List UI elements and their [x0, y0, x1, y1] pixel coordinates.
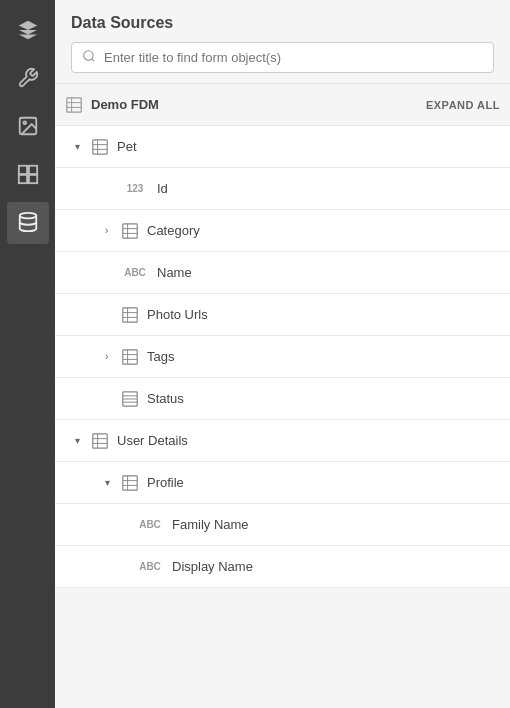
tree-row[interactable]: › Category	[55, 210, 510, 252]
node-label: Photo Urls	[147, 307, 208, 322]
type-badge-abc: ABC	[136, 561, 164, 572]
chevron-icon: ▾	[75, 435, 87, 446]
tree-row[interactable]: ABCName	[55, 252, 510, 294]
node-label: Pet	[117, 139, 137, 154]
tree-area: Demo FDMEXPAND ALL▾ Pet123Id› CategoryAB…	[55, 84, 510, 708]
tree-row[interactable]: Status	[55, 378, 510, 420]
tree-row[interactable]: Photo Urls	[55, 294, 510, 336]
sidebar	[0, 0, 55, 708]
chevron-icon: ›	[105, 225, 117, 236]
search-icon	[82, 49, 96, 66]
sidebar-item-datasources[interactable]	[7, 202, 49, 244]
table-icon	[121, 222, 139, 240]
node-label: Status	[147, 391, 184, 406]
sidebar-item-layers[interactable]	[7, 10, 49, 52]
node-label: Family Name	[172, 517, 249, 532]
svg-rect-2	[18, 165, 26, 173]
tree-row[interactable]: ABCDisplay Name	[55, 546, 510, 588]
svg-rect-25	[123, 349, 137, 363]
panel-header: Data Sources	[55, 0, 510, 84]
svg-rect-3	[28, 165, 36, 173]
tree-row[interactable]: Demo FDMEXPAND ALL	[55, 84, 510, 126]
table-lines-icon	[121, 390, 139, 408]
tree-row[interactable]: ▾ User Details	[55, 420, 510, 462]
table-icon	[121, 306, 139, 324]
chevron-icon: ▾	[105, 477, 117, 488]
wrench-icon	[17, 67, 39, 92]
tree-row[interactable]: ABCFamily Name	[55, 504, 510, 546]
svg-rect-9	[67, 97, 81, 111]
node-label: Demo FDM	[91, 97, 159, 112]
search-box[interactable]	[71, 42, 494, 73]
type-badge-abc: ABC	[121, 267, 149, 278]
svg-rect-21	[123, 307, 137, 321]
table-icon	[65, 96, 83, 114]
node-label: Id	[157, 181, 168, 196]
type-badge-number: 123	[121, 183, 149, 194]
chevron-icon: ▾	[75, 141, 87, 152]
svg-rect-4	[18, 174, 26, 182]
node-label: User Details	[117, 433, 188, 448]
svg-rect-17	[123, 223, 137, 237]
components-icon	[17, 163, 39, 188]
sidebar-item-wrench[interactable]	[7, 58, 49, 100]
table-icon	[91, 432, 109, 450]
main-panel: Data Sources Demo FDMEXPAND ALL▾ Pet123I…	[55, 0, 510, 708]
tree-row[interactable]: ▾ Profile	[55, 462, 510, 504]
svg-point-7	[84, 51, 93, 60]
table-icon	[121, 474, 139, 492]
sidebar-item-image[interactable]	[7, 106, 49, 148]
svg-rect-5	[28, 174, 36, 182]
table-icon	[91, 138, 109, 156]
tree-row[interactable]: › Tags	[55, 336, 510, 378]
svg-point-1	[23, 121, 26, 124]
node-label: Display Name	[172, 559, 253, 574]
tree-row[interactable]: 123Id	[55, 168, 510, 210]
svg-rect-33	[93, 433, 107, 447]
layers-icon	[17, 19, 39, 44]
svg-line-8	[92, 59, 95, 62]
svg-rect-13	[93, 139, 107, 153]
node-label: Name	[157, 265, 192, 280]
node-label: Tags	[147, 349, 174, 364]
search-input[interactable]	[104, 50, 483, 65]
expand-all-button[interactable]: EXPAND ALL	[426, 99, 500, 111]
sidebar-item-components[interactable]	[7, 154, 49, 196]
datasources-icon	[17, 211, 39, 236]
image-block-icon	[17, 115, 39, 140]
tree-row[interactable]: ▾ Pet	[55, 126, 510, 168]
node-label: Category	[147, 223, 200, 238]
page-title: Data Sources	[71, 14, 494, 32]
svg-point-6	[19, 212, 36, 218]
chevron-icon: ›	[105, 351, 117, 362]
type-badge-abc: ABC	[136, 519, 164, 530]
table-icon	[121, 348, 139, 366]
svg-rect-37	[123, 475, 137, 489]
node-label: Profile	[147, 475, 184, 490]
